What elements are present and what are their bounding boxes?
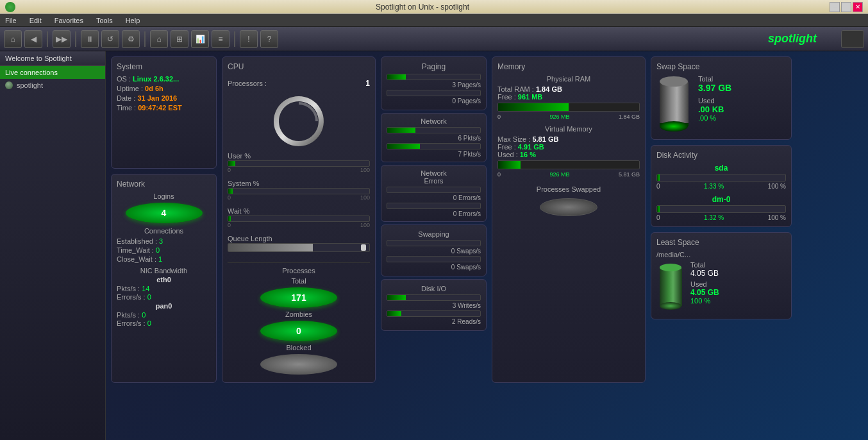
sda-pct: 1.33 % [704, 183, 724, 190]
pan0-pkts-label: Pkts/s : [117, 311, 140, 319]
least-space-path: /media/C... [656, 251, 786, 258]
paging-bar1-fill [387, 74, 406, 80]
menu-favorites[interactable]: Favorites [52, 17, 86, 24]
max-size-row: Max Size : 5.81 GB [497, 135, 640, 143]
swap-space-panel: Swap Space [651, 56, 792, 140]
netpkt-panel: Paging 3 Pages/s 0 Pages/s Network 6 Pkt… [381, 56, 487, 383]
paging-section: Paging 3 Pages/s 0 Pages/s [381, 56, 487, 110]
menubar: File Edit Favorites Tools Help [0, 14, 868, 27]
established-label: Established : [117, 237, 157, 245]
pages-in: 3 Pages/s [387, 81, 481, 89]
menu-help[interactable]: Help [123, 17, 143, 24]
disk-activity-panel: Disk Activity sda 0 1.33 % 100 % dm-0 0 … [651, 145, 792, 227]
tb-separator4 [234, 31, 235, 47]
user-label: User % [228, 152, 370, 160]
paging-bar1 [387, 74, 481, 80]
network-label: Network [387, 117, 481, 125]
pkts1: 6 Pkts/s [387, 135, 481, 142]
ls-total-value: 4.05 GB [690, 269, 719, 278]
dm0-label: dm-0 [656, 195, 786, 204]
svg-point-7 [660, 264, 681, 271]
max-size-label: Max Size : [497, 135, 530, 143]
timewait-row: Time_Wait : 0 [117, 246, 211, 254]
wait-label: Wait % [228, 207, 370, 215]
network-panel: Network Logins 4 Connections Established… [111, 174, 217, 383]
tb-settings[interactable]: ⚙ [122, 30, 140, 48]
minimize-button[interactable]: ─ [830, 2, 840, 12]
window-controls: ─ □ ✕ [830, 2, 863, 12]
titlebar: Spotlight on Unix - spotlight ─ □ ✕ [0, 0, 868, 14]
user-bar-track [228, 160, 370, 167]
menu-tools[interactable]: Tools [94, 17, 115, 24]
disk-activity-title: Disk Activity [656, 151, 786, 160]
pan0-label: pan0 [117, 302, 211, 310]
queue-bar-track [228, 243, 370, 252]
spotlight-dot [5, 81, 13, 89]
zombies-label: Zombies [228, 310, 370, 318]
processors-value: 1 [365, 79, 370, 88]
tb-back[interactable]: ◀ [24, 30, 42, 48]
tb-grid[interactable]: ⊞ [171, 30, 188, 48]
tb-pause[interactable]: ⏸ [81, 30, 99, 48]
sda-zero: 0 [656, 183, 660, 190]
free-ram-row: Free : 961 MB [497, 93, 640, 101]
sidebar-connections[interactable]: Live connections [0, 66, 105, 79]
dm0-pct: 1.32 % [704, 214, 724, 221]
closewait-value: 1 [158, 255, 162, 263]
cpu-panel: CPU Processors : 1 [222, 56, 376, 383]
sidebar-header: Welcome to Spotlight [0, 51, 105, 66]
phys-max: 1.84 GB [619, 114, 640, 120]
closewait-label: Close_Wait : [117, 255, 156, 263]
errors1: 0 Errors/s [387, 194, 481, 201]
logins-label: Logins [117, 192, 211, 200]
tb-chart[interactable]: 📊 [191, 30, 209, 48]
processes-section: Processes Total 171 Zombies 0 Blocked [228, 262, 370, 377]
tb-help[interactable]: ? [260, 30, 278, 48]
sys-date-label: Date : [117, 94, 135, 102]
sda-bar [656, 174, 786, 182]
tb-refresh[interactable]: ↺ [101, 30, 119, 48]
wait-bar-numbers: 0 100 [228, 222, 370, 228]
swap-inner: Total 3.97 GB Used .00 KB .00 % [656, 75, 786, 134]
vfree-value: 4.91 GB [518, 143, 544, 151]
net-bar1-fill [387, 128, 415, 133]
total-label: Total [228, 277, 370, 285]
sys-os-label: OS : [117, 75, 131, 83]
virtual-bar [497, 160, 640, 169]
restore-button[interactable]: □ [841, 2, 851, 12]
pan0-errors-value: 0 [147, 319, 151, 327]
established-value: 3 [159, 237, 163, 245]
sys-os-value: Linux 2.6.32... [133, 75, 179, 83]
sys-date-row: Date : 31 Jan 2016 [117, 94, 211, 102]
tb-layers[interactable]: ≡ [212, 30, 230, 48]
sys-uptime-value: 0d 6h [145, 85, 163, 92]
system-min: 0 [228, 194, 231, 201]
paging-title: Paging [387, 62, 481, 71]
tb-home2[interactable]: ⌂ [150, 30, 168, 48]
ls-used-label: Used [690, 280, 719, 288]
sda-stats: 0 1.33 % 100 % [656, 183, 786, 190]
menu-file[interactable]: File [3, 17, 19, 24]
tb-fwd[interactable]: ▶▶ [53, 30, 71, 48]
swap-used-value2: .00 % [698, 114, 731, 122]
dm0-bar-fill [657, 206, 660, 212]
timewait-label: Time_Wait : [117, 246, 154, 254]
least-cylinder [656, 261, 685, 314]
sys-time-value: 09:47:42 EST [138, 104, 181, 112]
tb-alert[interactable]: ! [240, 30, 258, 48]
close-button[interactable]: ✕ [853, 2, 863, 12]
max-size-value: 5.81 GB [532, 135, 558, 143]
window-title: Spotlight on Unix - spotlight [15, 3, 830, 12]
sys-os-row: OS : Linux 2.6.32... [117, 75, 211, 83]
wait-bar-container: Wait % 0 100 [228, 207, 370, 228]
menu-edit[interactable]: Edit [27, 17, 44, 24]
cpu-spinner [273, 96, 324, 147]
tb-home[interactable]: ⌂ [4, 30, 22, 48]
user-max: 100 [360, 167, 370, 173]
virt-min: 0 [497, 171, 501, 178]
least-space-inner: Total 4.05 GB Used 4.05 GB 100 % [656, 261, 786, 314]
virt-max: 5.81 GB [619, 171, 640, 178]
logins-value: 4 [126, 203, 203, 223]
virt-926: 926 MB [549, 171, 569, 178]
sidebar-item-spotlight[interactable]: spotlight [0, 79, 105, 92]
